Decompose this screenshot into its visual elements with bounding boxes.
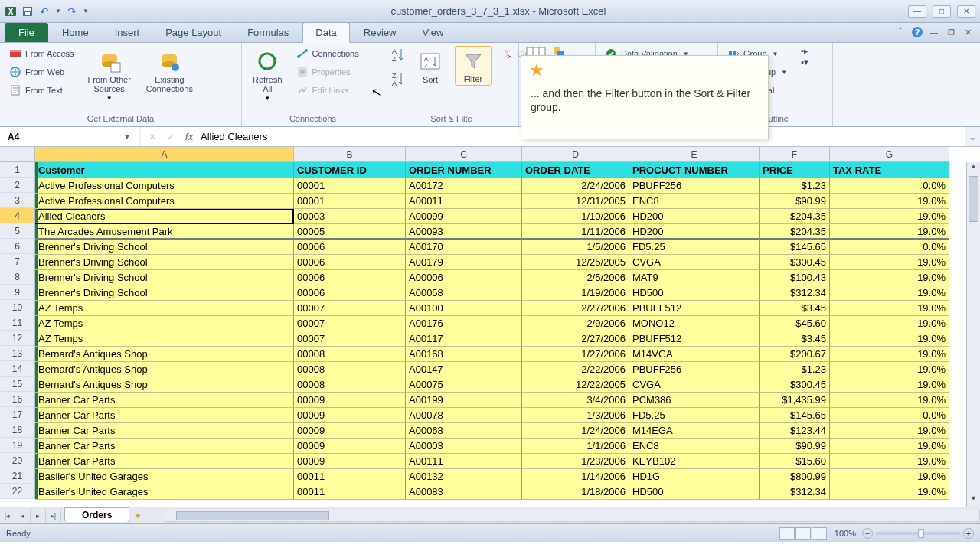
data-cell[interactable]: A00179: [406, 255, 522, 270]
data-cell[interactable]: $300.45: [760, 377, 830, 393]
data-cell[interactable]: $312.34: [760, 285, 830, 301]
data-cell[interactable]: KEYB102: [629, 454, 760, 469]
data-cell[interactable]: A00170: [406, 240, 522, 255]
refresh-all-button[interactable]: Refresh All▼: [248, 46, 287, 105]
sheet-tab-orders[interactable]: Orders: [64, 507, 129, 522]
scroll-thumb[interactable]: [969, 176, 978, 222]
new-sheet-icon[interactable]: ✦: [134, 510, 142, 521]
row-header-15[interactable]: 15: [0, 377, 35, 392]
data-cell[interactable]: $45.60: [760, 316, 830, 331]
data-cell[interactable]: A00199: [406, 393, 522, 408]
data-cell[interactable]: 3/4/2006: [522, 393, 629, 408]
data-cell[interactable]: PCM386: [629, 393, 760, 408]
qat-customize-icon[interactable]: ▼: [83, 8, 89, 15]
row-header-9[interactable]: 9: [0, 285, 35, 300]
row-header-16[interactable]: 16: [0, 392, 35, 407]
data-cell[interactable]: 00009: [294, 408, 406, 423]
sort-desc-icon[interactable]: ZA: [390, 70, 406, 89]
data-cell[interactable]: 19.0%: [830, 362, 949, 377]
data-cell[interactable]: A00111: [406, 454, 522, 469]
data-cell[interactable]: HD500: [629, 484, 760, 500]
data-cell[interactable]: 12/31/2005: [522, 194, 629, 209]
data-cell[interactable]: A00176: [406, 316, 522, 331]
data-cell[interactable]: 19.0%: [830, 316, 949, 331]
data-cell[interactable]: Banner Car Parts: [35, 439, 294, 454]
data-cell[interactable]: AZ Temps: [35, 331, 294, 347]
data-cell[interactable]: 00006: [294, 285, 406, 301]
data-cell[interactable]: $90.99: [760, 194, 830, 209]
data-cell[interactable]: 19.0%: [830, 209, 949, 224]
data-cell[interactable]: $800.99: [760, 469, 830, 484]
data-cell[interactable]: 1/14/2006: [522, 469, 629, 484]
data-cell[interactable]: 00003: [294, 209, 406, 224]
data-cell[interactable]: 00007: [294, 316, 406, 331]
data-cell[interactable]: $1,435.99: [760, 393, 830, 408]
row-header-1[interactable]: 1: [0, 162, 35, 178]
data-cell[interactable]: 12/25/2005: [522, 255, 629, 270]
data-cell[interactable]: A00132: [406, 469, 522, 484]
data-cell[interactable]: 00011: [294, 484, 406, 500]
row-header-11[interactable]: 11: [0, 315, 35, 331]
data-cell[interactable]: HD1G: [629, 469, 760, 484]
review-tab[interactable]: Review: [351, 23, 409, 42]
data-cell[interactable]: MONO12: [629, 316, 760, 331]
data-cell[interactable]: Allied Cleaners: [35, 209, 294, 224]
data-cell[interactable]: Basiler's United Garages: [35, 469, 294, 484]
column-header-B[interactable]: B: [294, 147, 406, 162]
data-cell[interactable]: 1/23/2006: [522, 454, 629, 469]
data-cell[interactable]: M14EGA: [629, 423, 760, 439]
header-cell[interactable]: PROCUCT NUMBER: [629, 162, 760, 178]
data-cell[interactable]: 1/11/2006: [522, 224, 629, 240]
data-cell[interactable]: $200.67: [760, 347, 830, 362]
doc-close-icon[interactable]: ✕: [962, 26, 974, 38]
data-cell[interactable]: FD5.25: [629, 240, 760, 255]
minimize-ribbon-icon[interactable]: ˇ: [894, 26, 906, 38]
data-cell[interactable]: 2/27/2006: [522, 301, 629, 316]
close-button[interactable]: ✕: [957, 5, 975, 18]
data-cell[interactable]: Banner Car Parts: [35, 423, 294, 439]
data-cell[interactable]: 00006: [294, 240, 406, 255]
row-header-20[interactable]: 20: [0, 453, 35, 468]
data-cell[interactable]: A00172: [406, 178, 522, 194]
data-cell[interactable]: 0.0%: [830, 240, 949, 255]
home-tab[interactable]: Home: [50, 23, 101, 42]
data-cell[interactable]: 2/22/2006: [522, 362, 629, 377]
data-cell[interactable]: 2/9/2006: [522, 316, 629, 331]
select-all-corner[interactable]: [0, 147, 35, 162]
data-cell[interactable]: 00008: [294, 362, 406, 377]
zoom-level[interactable]: 100%: [835, 529, 856, 538]
data-cell[interactable]: 19.0%: [830, 484, 949, 500]
doc-minimize-icon[interactable]: —: [928, 26, 940, 38]
data-cell[interactable]: 00008: [294, 347, 406, 362]
data-cell[interactable]: Banner Car Parts: [35, 393, 294, 408]
data-cell[interactable]: A00078: [406, 408, 522, 423]
data-cell[interactable]: A00117: [406, 331, 522, 347]
undo-icon[interactable]: ↶: [38, 5, 51, 18]
from-web-button[interactable]: From Web: [6, 64, 77, 80]
data-cell[interactable]: 00009: [294, 454, 406, 469]
minimize-button[interactable]: —: [908, 5, 926, 18]
data-cell[interactable]: A00011: [406, 194, 522, 209]
data-cell[interactable]: A00075: [406, 377, 522, 393]
data-cell[interactable]: 00007: [294, 301, 406, 316]
hide-detail-icon[interactable]: ▪▾: [801, 57, 808, 67]
header-cell[interactable]: PRICE: [760, 162, 830, 178]
data-cell[interactable]: Active Professional Computers: [35, 194, 294, 209]
from-text-button[interactable]: From Text: [6, 83, 77, 98]
data-cell[interactable]: Active Professional Computers: [35, 178, 294, 194]
column-header-E[interactable]: E: [629, 147, 760, 162]
data-cell[interactable]: A00003: [406, 439, 522, 454]
data-cell[interactable]: CVGA: [629, 377, 760, 393]
doc-restore-icon[interactable]: ❐: [945, 26, 957, 38]
page-layout-view-icon[interactable]: [795, 527, 811, 540]
data-cell[interactable]: $15.60: [760, 454, 830, 469]
sheet-nav-last-icon[interactable]: ▸|: [46, 508, 61, 523]
data-cell[interactable]: MAT9: [629, 270, 760, 285]
column-header-A[interactable]: A: [35, 147, 294, 162]
data-cell[interactable]: 19.0%: [830, 194, 949, 209]
fx-icon[interactable]: fx: [182, 132, 196, 142]
row-header-10[interactable]: 10: [0, 300, 35, 315]
name-box[interactable]: A4 ▼: [0, 127, 139, 146]
existing-connections-button[interactable]: Existing Connections: [142, 46, 198, 96]
row-header-8[interactable]: 8: [0, 269, 35, 285]
